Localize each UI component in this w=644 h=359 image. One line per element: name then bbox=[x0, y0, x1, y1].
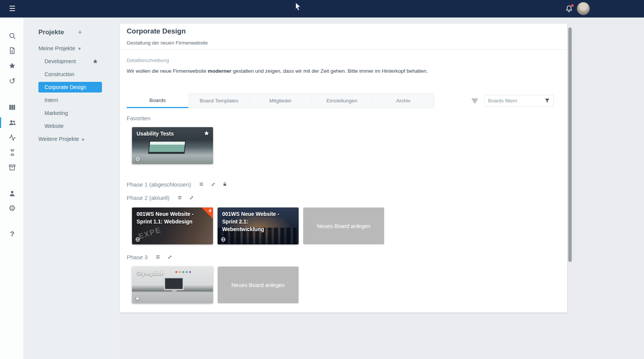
project-detail-card: Corporate Design Gestaltung der neuen Fi… bbox=[120, 24, 567, 313]
group-weitere-projekte[interactable]: Weitere Projekte ▸ bbox=[38, 132, 120, 145]
add-project-button[interactable]: + bbox=[78, 28, 82, 37]
board-card-sprint-2-1[interactable]: 001WS Neue Website - Sprint 2.1: Webentw… bbox=[218, 207, 299, 244]
scrollbar-thumb[interactable] bbox=[568, 27, 572, 262]
chevron-right-icon: ▸ bbox=[82, 136, 85, 142]
detail-description-text: Wir wollen die neue Firmenwebsite modern… bbox=[127, 68, 560, 74]
section-lock-icon[interactable] bbox=[221, 181, 228, 188]
sidebar-item-intern[interactable]: Intern bbox=[38, 94, 102, 107]
tabs-bar: Boards Board-Templates Mitglieder Einste… bbox=[127, 93, 560, 108]
group-label: Meine Projekte bbox=[38, 45, 75, 51]
boards-filter-field bbox=[484, 95, 553, 107]
section-expand-icon[interactable] bbox=[210, 181, 216, 188]
star-icon[interactable] bbox=[7, 61, 17, 71]
section-collapse-icon[interactable] bbox=[166, 254, 173, 260]
group-meine-projekte[interactable]: Meine Projekte ▾ bbox=[38, 42, 120, 55]
sidebar-item-development[interactable]: Development bbox=[38, 55, 102, 68]
globe-public-icon bbox=[135, 156, 140, 162]
tab-archiv[interactable]: Archiv bbox=[372, 93, 434, 108]
section-collapse-icon[interactable] bbox=[188, 194, 195, 201]
open-tasks-badge: 4 bbox=[202, 207, 213, 219]
search-icon[interactable] bbox=[7, 31, 17, 41]
board-title: 001WS Neue Website - Sprint 2.1: Webentw… bbox=[222, 210, 288, 233]
tab-mitglieder[interactable]: Mitglieder bbox=[250, 93, 312, 108]
globe-public-icon bbox=[221, 237, 226, 242]
help-icon[interactable]: ? bbox=[7, 229, 17, 239]
sidebar-item-corporate-design[interactable]: Corporate Design bbox=[38, 81, 102, 94]
new-board-label: Neues Board anlegen bbox=[317, 223, 370, 229]
sidebar-item-label: Development bbox=[45, 58, 76, 64]
section-title-phase1: Phase 1 (abgeschlossen) bbox=[127, 181, 191, 188]
board-thumbnail-art bbox=[164, 277, 184, 290]
sidebar-item-label: Intern bbox=[45, 97, 58, 103]
team-icon[interactable] bbox=[7, 117, 17, 127]
settings-gear-icon[interactable]: ⚙ bbox=[7, 203, 17, 213]
boards-sections: Favoriten Usability Tests Phase 1 (abges… bbox=[127, 108, 560, 303]
favorite-star-icon[interactable] bbox=[92, 59, 98, 64]
tab-board-templates[interactable]: Board-Templates bbox=[188, 93, 250, 108]
board-favorite-star-icon[interactable] bbox=[204, 130, 210, 136]
board-card-sprint-1-1[interactable]: EXPE 001WS Neue Website - Sprint 1.1: We… bbox=[132, 207, 213, 244]
sidebar-item-label: Construction bbox=[45, 71, 75, 77]
chevron-down-icon: ▾ bbox=[78, 46, 81, 51]
board-card-styleguide[interactable]: Styleguide bbox=[132, 266, 213, 303]
sidebar-item-label: Corporate Design bbox=[45, 84, 86, 90]
sidebar-item-label: Marketing bbox=[45, 110, 68, 116]
mouse-cursor-icon bbox=[294, 2, 303, 14]
board-title: Styleguide bbox=[137, 269, 202, 277]
filter-list-icon[interactable] bbox=[471, 97, 479, 105]
board-title: 001WS Neue Website - Sprint 1.1: Webdesi… bbox=[137, 210, 202, 225]
projects-heading: Projekte bbox=[38, 29, 64, 36]
new-board-button[interactable]: Neues Board anlegen bbox=[218, 266, 299, 303]
section-menu-icon[interactable]: ≡ bbox=[177, 194, 183, 201]
board-title: Usability Tests bbox=[137, 130, 202, 137]
sidebar-item-website[interactable]: Website bbox=[38, 120, 102, 132]
tab-boards[interactable]: Boards bbox=[127, 93, 189, 108]
section-menu-icon[interactable]: ≡ bbox=[154, 254, 161, 260]
globe-public-icon bbox=[135, 237, 140, 242]
section-menu-icon[interactable]: ≡ bbox=[198, 181, 205, 188]
profile-icon[interactable] bbox=[7, 188, 17, 198]
sidebar-item-label: Website bbox=[45, 123, 64, 129]
section-title-favoriten: Favoriten bbox=[127, 115, 151, 121]
history-icon[interactable]: ↺ bbox=[7, 76, 17, 86]
project-subtitle: Gestaltung der neuen Firmenwebsite bbox=[127, 40, 560, 46]
user-avatar[interactable] bbox=[577, 2, 590, 15]
notification-badge-dot bbox=[571, 4, 574, 7]
timer-icon[interactable] bbox=[7, 147, 17, 157]
page-title: Corporate Design bbox=[127, 27, 560, 35]
menu-icon[interactable]: ☰ bbox=[7, 4, 17, 13]
archive-icon[interactable] bbox=[7, 163, 17, 172]
boards-filter-input[interactable] bbox=[488, 98, 544, 104]
group-label: Weitere Projekte bbox=[38, 136, 79, 142]
document-icon[interactable] bbox=[7, 46, 17, 56]
scrollbar-track bbox=[568, 24, 572, 355]
board-card-usability-tests[interactable]: Usability Tests bbox=[132, 127, 213, 164]
description-part: Wir wollen die neue Firmenwebsite bbox=[127, 68, 208, 74]
activity-icon[interactable] bbox=[7, 132, 17, 142]
badge-count: 4 bbox=[209, 208, 211, 213]
projects-sidebar: Projekte + Meine Projekte ▾ Development … bbox=[24, 18, 120, 359]
description-part: gestalten und zeigen, dass wir mit der Z… bbox=[231, 68, 428, 74]
topbar: ☰ bbox=[0, 0, 644, 18]
divider bbox=[120, 49, 567, 50]
tab-einstellungen[interactable]: Einstellungen bbox=[311, 93, 373, 108]
board-thumbnail-art bbox=[148, 141, 186, 154]
notifications-bell-icon[interactable] bbox=[563, 3, 575, 14]
icon-rail: ↺ ⚙ ? bbox=[0, 18, 24, 359]
section-title-phase2: Phase 2 (aktuell) bbox=[127, 195, 170, 201]
active-section-indicator bbox=[0, 117, 1, 128]
sidebar-item-construction[interactable]: Construction bbox=[38, 68, 102, 81]
sidebar-item-marketing[interactable]: Marketing bbox=[38, 107, 102, 120]
boards-icon[interactable] bbox=[7, 102, 17, 112]
new-board-label: Neues Board anlegen bbox=[231, 282, 285, 288]
detail-description-label: Detailbeschreibung bbox=[127, 57, 560, 63]
section-title-phase3: Phase 3 bbox=[127, 254, 148, 260]
photo-text: EXPE bbox=[137, 225, 162, 241]
funnel-filter-icon bbox=[544, 97, 550, 104]
lock-private-icon bbox=[135, 296, 140, 301]
description-bold: moderner bbox=[208, 68, 231, 74]
new-board-button[interactable]: Neues Board anlegen bbox=[303, 207, 384, 244]
